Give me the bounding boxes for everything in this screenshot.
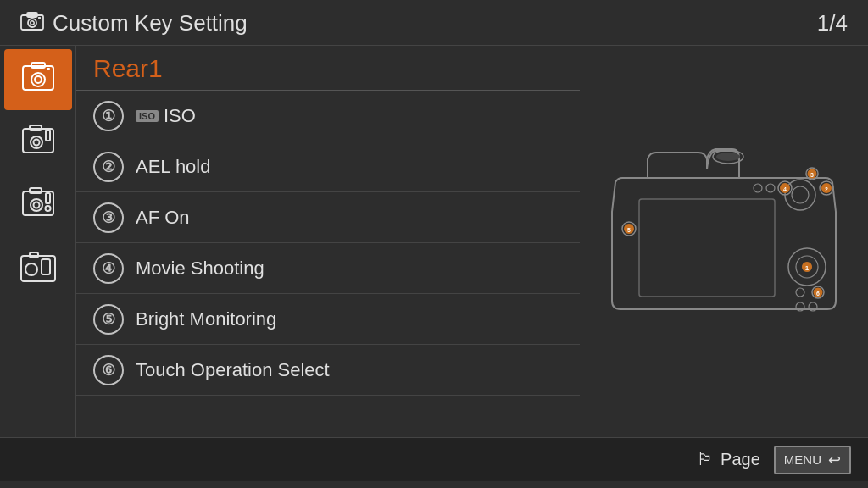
svg-point-50 xyxy=(796,288,804,297)
sidebar xyxy=(0,46,76,437)
menu-list: ① ISO ISO ② AEL hold ③ AF On ④ Movie xyxy=(76,91,580,437)
svg-rect-25 xyxy=(639,199,775,297)
menu-item-label-af-on: AF On xyxy=(136,207,190,229)
svg-point-54 xyxy=(716,152,740,161)
svg-point-26 xyxy=(785,180,815,210)
svg-point-24 xyxy=(25,263,37,275)
main-content: Rear1 ① ISO ISO ② AEL hold ③ AF On xyxy=(0,46,868,437)
svg-rect-19 xyxy=(46,193,50,203)
svg-text:6: 6 xyxy=(816,291,820,297)
svg-point-7 xyxy=(31,73,45,86)
svg-rect-4 xyxy=(38,17,41,19)
menu-item-label-bright: Bright Monitoring xyxy=(136,308,276,330)
page-button[interactable]: 🏳 Page xyxy=(697,450,760,469)
svg-point-13 xyxy=(33,140,39,146)
header-page: 1/4 xyxy=(817,10,848,36)
menu-item-bright[interactable]: ⑤ Bright Monitoring xyxy=(76,294,580,345)
svg-point-17 xyxy=(31,199,42,211)
iso-icon-badge: ISO xyxy=(136,110,159,122)
header-title: Custom Key Setting xyxy=(20,10,248,36)
svg-rect-14 xyxy=(46,130,50,141)
menu-item-number-2: ② xyxy=(93,152,124,182)
menu-item-label-touch: Touch Operation Select xyxy=(136,359,330,381)
camera-menu-icon xyxy=(20,12,44,36)
menu-item-number-4: ④ xyxy=(93,253,124,284)
menu-item-label-iso: ISO xyxy=(164,105,196,127)
menu-item-number-5: ⑤ xyxy=(93,304,124,335)
menu-button[interactable]: MENU ↩ xyxy=(774,446,851,474)
svg-point-3 xyxy=(31,20,34,24)
svg-point-49 xyxy=(754,184,762,192)
svg-text:3: 3 xyxy=(810,172,814,178)
header: Custom Key Setting 1/4 xyxy=(0,0,868,46)
menu-item-touch[interactable]: ⑥ Touch Operation Select xyxy=(76,345,580,396)
page-icon: 🏳 xyxy=(697,450,714,469)
menu-content: Rear1 ① ISO ISO ② AEL hold ③ AF On xyxy=(76,46,580,437)
rear4-icon xyxy=(16,246,60,290)
svg-text:5: 5 xyxy=(627,227,631,233)
menu-item-number-6: ⑥ xyxy=(93,355,124,385)
rear3-icon xyxy=(16,183,60,227)
menu-item-ael[interactable]: ② AEL hold xyxy=(76,141,580,192)
page-label: Page xyxy=(721,450,760,469)
svg-point-8 xyxy=(35,76,42,83)
svg-text:2: 2 xyxy=(825,186,828,192)
svg-text:1: 1 xyxy=(805,264,810,272)
svg-rect-9 xyxy=(47,68,50,70)
sidebar-item-rear4[interactable] xyxy=(4,237,72,298)
svg-point-27 xyxy=(792,186,809,203)
menu-item-number-1: ① xyxy=(93,101,124,131)
svg-point-20 xyxy=(45,206,50,211)
rear2-icon xyxy=(16,120,60,164)
menu-item-label-movie: Movie Shooting xyxy=(136,258,264,280)
svg-point-12 xyxy=(31,136,42,148)
menu-item-movie[interactable]: ④ Movie Shooting xyxy=(76,243,580,294)
svg-point-2 xyxy=(28,19,36,27)
section-title: Rear1 xyxy=(76,46,580,91)
camera-diagram: 1 2 3 4 5 6 xyxy=(580,46,868,437)
rear1-icon xyxy=(16,58,60,102)
menu-item-label-ael: AEL hold xyxy=(136,156,210,178)
svg-text:4: 4 xyxy=(783,186,787,192)
header-title-text: Custom Key Setting xyxy=(53,10,248,36)
svg-point-18 xyxy=(33,202,39,208)
svg-rect-23 xyxy=(42,259,50,274)
return-icon: ↩ xyxy=(828,451,841,469)
menu-label: MENU xyxy=(784,452,821,467)
menu-item-number-3: ③ xyxy=(93,202,124,233)
sidebar-item-rear2[interactable] xyxy=(4,112,72,173)
menu-item-iso[interactable]: ① ISO ISO xyxy=(76,91,580,141)
menu-item-af-on[interactable]: ③ AF On xyxy=(76,192,580,243)
footer: 🏳 Page MENU ↩ xyxy=(0,437,868,481)
sidebar-item-rear3[interactable] xyxy=(4,175,72,236)
sidebar-item-rear1[interactable] xyxy=(4,49,72,110)
screen: Custom Key Setting 1/4 xyxy=(0,0,868,488)
svg-point-48 xyxy=(766,184,775,192)
